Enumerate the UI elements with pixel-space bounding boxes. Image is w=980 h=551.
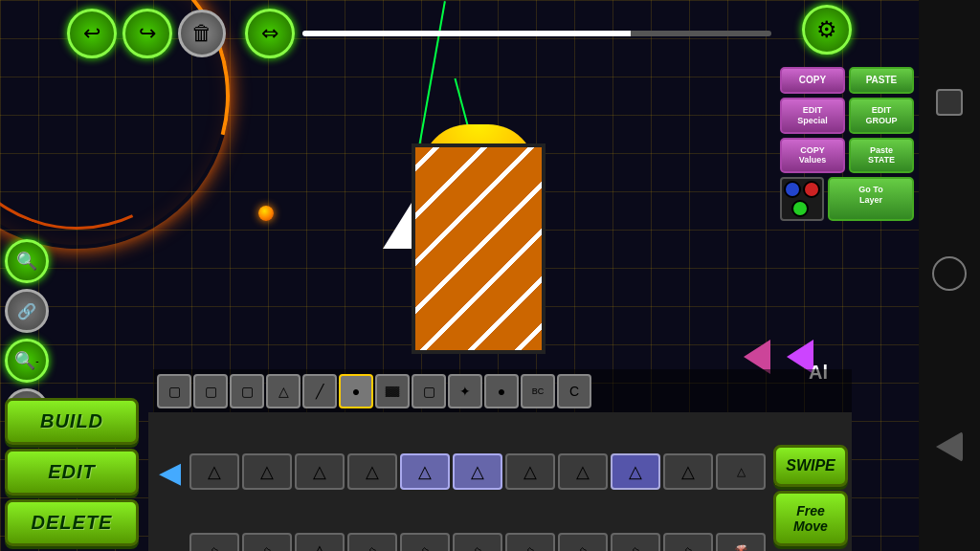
slider-area: ⇔ [245,9,771,58]
phone-square-button[interactable] [936,89,963,116]
object-grid: ◀ △ △ △ △ △ △ △ △ △ △ △ ▶ ⛰ ⛰ △ ⛰ ⛰ ⛰ ⛰ … [148,412,852,551]
main-block [412,143,546,354]
obj-1-10[interactable]: 🌋 [716,533,766,551]
palette-item-10[interactable]: BC [521,374,555,408]
paste-state-button[interactable]: PasteSTATE [849,138,914,174]
palette-item-7[interactable]: ▢ [412,374,446,408]
build-mode-button[interactable]: BUILD [5,398,139,445]
obj-1-8[interactable]: ⛰ [611,533,660,551]
slider-track[interactable] [302,31,771,36]
obj-1-3[interactable]: ⛰ [347,533,397,551]
edit-group-button[interactable]: EDITGROUP [849,98,914,134]
obj-0-7[interactable]: △ [558,453,608,490]
obj-0-0[interactable]: △ [189,453,239,490]
edit-row-1: COPY PASTE [780,67,914,94]
obj-1-9[interactable]: ⛰ [663,533,713,551]
obj-1-0[interactable]: ⛰ [189,533,239,551]
game-object [364,96,555,364]
swap-button[interactable]: ⇔ [245,9,295,58]
obj-0-6[interactable]: △ [505,453,555,490]
go-to-layer-button[interactable]: Go ToLayer [828,177,914,221]
palette-item-11[interactable]: C [557,374,591,408]
palette-item-6[interactable]: ▓▓ [375,374,410,408]
color-picker[interactable] [780,177,824,221]
undo-button[interactable]: ↩ [67,9,117,58]
palette-item-3[interactable]: △ [266,374,301,408]
obj-1-1[interactable]: ⛰ [242,533,292,551]
obj-0-4[interactable]: △ [400,453,450,490]
palette-item-0[interactable]: ▢ [157,374,191,408]
zoom-in-button[interactable]: 🔍 [5,239,49,283]
obj-1-7[interactable]: ⛰ [558,533,608,551]
obj-0-9[interactable]: △ [663,453,713,490]
obj-0-3[interactable]: △ [347,453,397,490]
object-row-2: ⛰ ⛰ △ ⛰ ⛰ ⛰ ⛰ ⛰ ⛰ ⛰ 🌋 [148,531,852,551]
obj-1-5[interactable]: ⛰ [453,533,502,551]
free-move-button[interactable]: FreeMove [773,491,848,546]
delete-button[interactable]: 🗑 [178,10,226,57]
obj-0-2[interactable]: △ [295,453,345,490]
redo-button[interactable]: ↪ [122,9,172,58]
phone-back-button[interactable] [936,431,963,462]
game-area: Al ↩ ↪ 🗑 ⇔ ⚙ COPY PASTE EDITSpecial EDIT… [0,0,919,551]
palette-item-5[interactable]: ● [339,374,373,408]
paste-button[interactable]: PASTE [849,67,914,94]
copy-values-button[interactable]: COPYValues [780,138,845,174]
palette-item-8[interactable]: ✦ [448,374,482,408]
edit-row-3: COPYValues PasteSTATE [780,138,914,174]
obj-0-1[interactable]: △ [242,453,292,490]
right-side-buttons: SWIPE FreeMove [773,445,850,546]
zoom-out-button[interactable]: 🔍- [5,339,49,383]
grid-arrow-left[interactable]: ◀ [152,414,187,529]
obj-1-6[interactable]: ⛰ [505,533,555,551]
swipe-button[interactable]: SWIPE [773,445,848,487]
obj-1-4[interactable]: ⛰ [400,533,450,551]
copy-button[interactable]: COPY [780,67,845,94]
phone-circle-button[interactable] [932,256,967,291]
edit-mode-button[interactable]: EDIT [5,449,139,496]
obj-0-5[interactable]: △ [453,453,502,490]
edit-panel: COPY PASTE EDITSpecial EDITGROUP COPYVal… [780,67,914,221]
object-row-1: ◀ △ △ △ △ △ △ △ △ △ △ △ ▶ [148,412,852,531]
top-toolbar: ↩ ↪ 🗑 ⇔ [0,5,858,62]
palette-item-2[interactable]: ▢ [230,374,264,408]
edit-special-button[interactable]: EDITSpecial [780,98,845,134]
delete-mode-button[interactable]: DELETE [5,499,139,546]
phone-edge [919,0,980,551]
bottom-left-panel: BUILD EDIT DELETE [5,398,158,546]
obj-0-8[interactable]: △ [611,453,660,490]
obj-0-10[interactable]: △ [716,453,766,490]
palette-item-4[interactable]: ╱ [302,374,337,408]
edit-row-2: EDITSpecial EDITGROUP [780,98,914,134]
settings-button[interactable]: ⚙ [802,5,852,55]
palette-item-1[interactable]: ▢ [193,374,228,408]
obj-1-2[interactable]: △ [295,533,345,551]
link-button[interactable]: 🔗 [5,289,49,333]
player-ball [258,206,274,221]
palette-item-9[interactable]: ● [484,374,519,408]
edit-row-4: Go ToLayer [780,177,914,221]
palette-bar: ▢ ▢ ▢ △ ╱ ● ▓▓ ▢ ✦ ● BC C [153,369,852,412]
